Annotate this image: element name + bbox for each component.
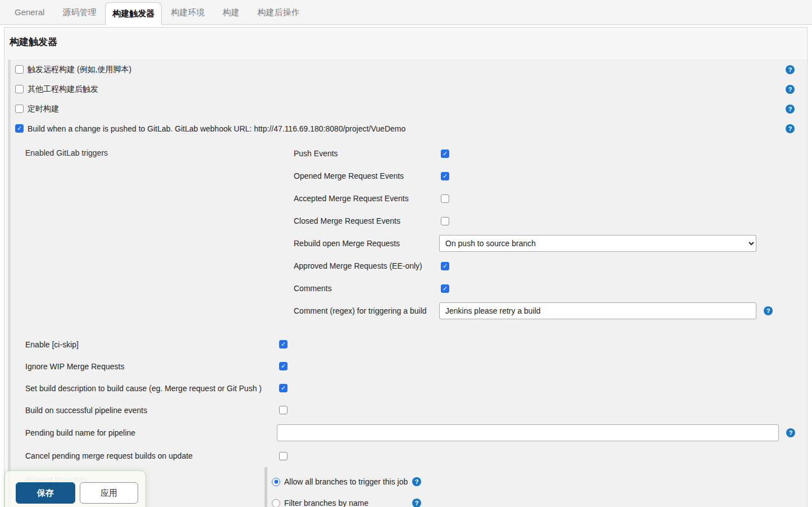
scheduled-build-label: 定时构建 [28, 104, 59, 114]
gitlab-row-push-events: Push Events [294, 142, 807, 165]
option-row-pipeline-events: Build on successful pipeline events [11, 399, 807, 421]
config-tab-bar: General 源码管理 构建触发器 构建环境 构建 构建后操作 [0, 0, 812, 25]
rebuild-open-mr-select[interactable]: On push to source branch [439, 235, 756, 252]
pending-build-name-label: Pending build name for pipeline [25, 428, 277, 437]
opened-mr-checkbox[interactable] [441, 172, 449, 180]
tab-build-environment[interactable]: 构建环境 [162, 0, 213, 24]
approved-mr-label: Approved Merge Requests (EE-only) [294, 261, 439, 270]
gitlab-row-comment-regex: Comment (regex) for triggering a build [294, 300, 807, 322]
page-title: 构建触发器 [10, 35, 807, 48]
help-icon[interactable] [412, 477, 421, 486]
opened-mr-label: Opened Merge Request Events [294, 171, 439, 180]
option-row-ci-skip: Enable [ci-skip] [11, 333, 807, 355]
after-other-projects-checkbox[interactable] [15, 85, 24, 93]
save-apply-bar: 保存 应用 [4, 470, 146, 507]
gitlab-row-opened-mr: Opened Merge Request Events [294, 165, 807, 187]
ignore-wip-checkbox[interactable] [279, 362, 288, 370]
gitlab-row-approved-mr: Approved Merge Requests (EE-only) [294, 255, 807, 277]
gitlab-triggers-controls: Push Events Opened Merge Request Events … [294, 142, 807, 322]
allow-all-branches-label: Allow all branches to trigger this job [284, 477, 412, 486]
allowed-branches-options: Allow all branches to trigger this job F… [264, 467, 421, 507]
accepted-mr-checkbox[interactable] [441, 194, 449, 203]
help-icon[interactable] [786, 65, 795, 74]
help-icon[interactable] [764, 306, 773, 315]
filter-branches-label: Filter branches by name [284, 499, 412, 507]
allow-all-branches-radio[interactable] [272, 478, 280, 486]
pending-build-name-input[interactable] [277, 424, 779, 441]
comment-regex-input[interactable] [439, 302, 756, 319]
gitlab-row-accepted-mr: Accepted Merge Request Events [294, 187, 807, 210]
help-icon[interactable] [786, 105, 795, 114]
save-apply-buttons: 保存 应用 [16, 482, 145, 504]
tab-source-management[interactable]: 源码管理 [53, 0, 105, 24]
gitlab-triggers-section-label: Enabled GitLab triggers [11, 142, 294, 322]
gitlab-option-rows: Enable [ci-skip] Ignore WIP Merge Reques… [11, 333, 807, 467]
ci-skip-label: Enable [ci-skip] [25, 340, 279, 349]
after-other-projects-label: 其他工程构建后触发 [28, 84, 98, 94]
help-icon[interactable] [786, 85, 795, 94]
rebuild-open-mr-label: Rebuild open Merge Requests [294, 239, 439, 248]
gitlab-row-closed-mr: Closed Merge Request Events [294, 210, 807, 232]
radio-row-filter-branches: Filter branches by name [272, 492, 421, 507]
trigger-row-remote-build: 触发远程构建 (例如,使用脚本) [11, 60, 807, 79]
filter-branches-radio[interactable] [272, 499, 280, 507]
option-row-cancel-pending-mr: Cancel pending merge request builds on u… [11, 445, 807, 467]
save-button[interactable]: 保存 [16, 482, 75, 504]
gitlab-webhook-label: Build when a change is pushed to GitLab.… [28, 124, 405, 133]
push-events-label: Push Events [294, 149, 439, 158]
pipeline-events-checkbox[interactable] [279, 406, 288, 414]
remote-build-label: 触发远程构建 (例如,使用脚本) [28, 65, 131, 75]
triggers-form-block: 触发远程构建 (例如,使用脚本) 其他工程构建后触发 定时构建 Build wh… [8, 60, 807, 507]
option-row-build-description: Set build description to build cause (eg… [11, 377, 807, 399]
approved-mr-checkbox[interactable] [441, 262, 449, 270]
build-description-checkbox[interactable] [279, 384, 288, 392]
push-events-checkbox[interactable] [441, 150, 449, 158]
cancel-pending-mr-checkbox[interactable] [279, 452, 288, 460]
trigger-row-gitlab-webhook: Build when a change is pushed to GitLab.… [11, 119, 807, 138]
comment-regex-label: Comment (regex) for triggering a build [294, 306, 439, 315]
cancel-pending-mr-label: Cancel pending merge request builds on u… [25, 451, 279, 460]
ci-skip-checkbox[interactable] [279, 340, 288, 348]
comments-label: Comments [294, 284, 439, 293]
tab-general[interactable]: General [6, 0, 53, 24]
gitlab-row-rebuild-open-mr: Rebuild open Merge Requests On push to s… [294, 232, 807, 255]
help-icon[interactable] [412, 499, 421, 507]
remote-build-checkbox[interactable] [15, 65, 24, 74]
closed-mr-label: Closed Merge Request Events [294, 216, 439, 225]
scheduled-build-checkbox[interactable] [15, 105, 24, 113]
tab-post-build-actions[interactable]: 构建后操作 [248, 0, 308, 24]
apply-button[interactable]: 应用 [80, 482, 138, 504]
accepted-mr-label: Accepted Merge Request Events [294, 194, 439, 203]
gitlab-triggers-section: Enabled GitLab triggers Push Events Open… [11, 142, 807, 322]
option-row-pending-build-name: Pending build name for pipeline [11, 421, 807, 445]
trigger-row-scheduled-build: 定时构建 [11, 99, 807, 119]
pipeline-events-label: Build on successful pipeline events [25, 406, 279, 415]
build-description-label: Set build description to build cause (eg… [25, 384, 279, 393]
trigger-row-after-other-projects: 其他工程构建后触发 [11, 79, 807, 99]
option-row-ignore-wip: Ignore WIP Merge Requests [11, 355, 807, 377]
radio-row-allow-all-branches: Allow all branches to trigger this job [272, 471, 421, 492]
tab-build-triggers[interactable]: 构建触发器 [105, 2, 162, 25]
comments-checkbox[interactable] [441, 284, 449, 293]
gitlab-row-comments: Comments [294, 277, 807, 300]
build-triggers-panel: 构建触发器 触发远程构建 (例如,使用脚本) 其他工程构建后触发 定时构建 Bu… [4, 27, 808, 507]
closed-mr-checkbox[interactable] [441, 217, 449, 225]
ignore-wip-label: Ignore WIP Merge Requests [25, 362, 279, 371]
tab-build[interactable]: 构建 [213, 0, 248, 24]
gitlab-webhook-checkbox[interactable] [15, 124, 24, 133]
help-icon[interactable] [786, 428, 795, 437]
help-icon[interactable] [786, 124, 795, 133]
